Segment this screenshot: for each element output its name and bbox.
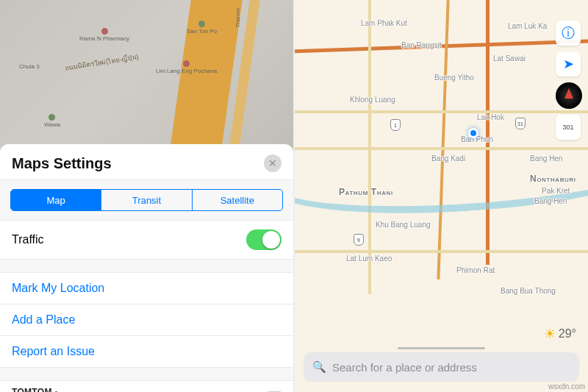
place-label: Lat Lum Kaeo — [346, 254, 392, 263]
route-shield-button[interactable]: 301 — [556, 115, 581, 140]
weather-widget[interactable]: ☀ 29° — [544, 326, 576, 342]
tomtom-logo: TOMTOM — [12, 387, 52, 392]
phone-left-maps-settings: AIS 4G 9:14 AM ➤ ⏰ 🔒 ถนนนิมิตรใหม่(ไทย-ญ… — [0, 0, 293, 392]
compass-icon[interactable] — [556, 82, 582, 109]
segment-transit[interactable]: Transit — [101, 190, 192, 210]
place-label: Khu Bang Luang — [376, 221, 431, 229]
watermark: wsxdn.com — [548, 382, 585, 391]
place-label: Ban Rangsit — [401, 41, 441, 49]
place-label: Bueng Yitho — [434, 74, 474, 82]
poi-chula: Chula 3 — [19, 63, 40, 70]
report-issue-button[interactable]: Report an Issue — [0, 335, 293, 367]
locate-button[interactable]: ➤ — [556, 51, 581, 76]
route-shield-icon: 31 — [515, 118, 526, 129]
place-label-city: Pathum Thani — [339, 187, 393, 197]
info-button[interactable]: ⓘ — [556, 21, 581, 46]
globe-icon: ● — [52, 388, 59, 392]
route-shield-icon: 1 — [390, 119, 401, 131]
close-button[interactable]: ✕ — [264, 154, 282, 172]
attribution-row[interactable]: TOMTOM ● and other data providers — [0, 380, 293, 392]
map-background[interactable]: ถนนนิมิตรใหม่(ไทย-ญี่ปุ่น) Rama 5i Pharm… — [0, 0, 293, 154]
sheet-title: Maps Settings — [12, 155, 112, 172]
place-label: Lat Sawai — [493, 54, 526, 63]
settings-sheet: Maps Settings ✕ Map Transit Satellite Tr… — [0, 144, 293, 392]
map-type-segmented: Map Transit Satellite — [10, 189, 283, 211]
segment-map[interactable]: Map — [11, 190, 101, 210]
poi-san[interactable]: San Ton Po — [187, 21, 217, 35]
search-input[interactable]: 🔍 Search for a place or address — [304, 352, 579, 382]
sun-icon: ☀ — [544, 326, 556, 342]
road-name-thanon: Thanon — [234, 8, 241, 28]
traffic-row: Traffic — [0, 220, 293, 259]
search-placeholder: Search for a place or address — [332, 361, 477, 374]
traffic-toggle[interactable] — [246, 229, 282, 250]
poi-wawa[interactable]: Wawa — [44, 114, 60, 128]
place-label: Lak Hok — [477, 113, 504, 121]
sheet-grabber[interactable] — [398, 347, 486, 349]
traffic-label: Traffic — [12, 233, 44, 246]
route-shield-icon: 9 — [354, 234, 364, 246]
place-label-city: Nonthaburi — [530, 174, 576, 184]
place-label: Bang Bua Thong — [501, 287, 556, 295]
place-label: Khlong Luang — [350, 96, 395, 104]
add-place-button[interactable]: Add a Place — [0, 304, 293, 335]
place-label: Pak Kret — [542, 187, 570, 195]
place-label: Lam Phak Kut — [361, 19, 407, 27]
search-icon: 🔍 — [312, 360, 326, 374]
place-label: Lam Luk Ka — [508, 22, 547, 30]
poi-lim[interactable]: Lim Lang Eng Pochana — [156, 60, 217, 74]
mark-location-button[interactable]: Mark My Location — [0, 272, 293, 304]
phone-right-map-view: AIS 4G 9:27 AM ➤ ⏰ 🔒 Lam Phak Kut Lam Lu… — [295, 0, 588, 392]
segment-satellite[interactable]: Satellite — [193, 190, 282, 210]
user-location-dot — [468, 128, 478, 138]
temperature: 29° — [559, 327, 576, 341]
place-label: Bang Kadi — [431, 154, 465, 163]
poi-pharmacy[interactable]: Rama 5i Pharmacy — [79, 28, 129, 42]
map-controls: ⓘ ➤ 301 — [556, 21, 582, 140]
place-label: Phimon Rat — [456, 266, 495, 274]
road-label: ถนนนิมิตรใหม่(ไทย-ญี่ปุ่น) — [65, 51, 140, 74]
place-label: Bang Hen — [530, 154, 562, 163]
place-label: Bang Hen — [534, 197, 567, 205]
